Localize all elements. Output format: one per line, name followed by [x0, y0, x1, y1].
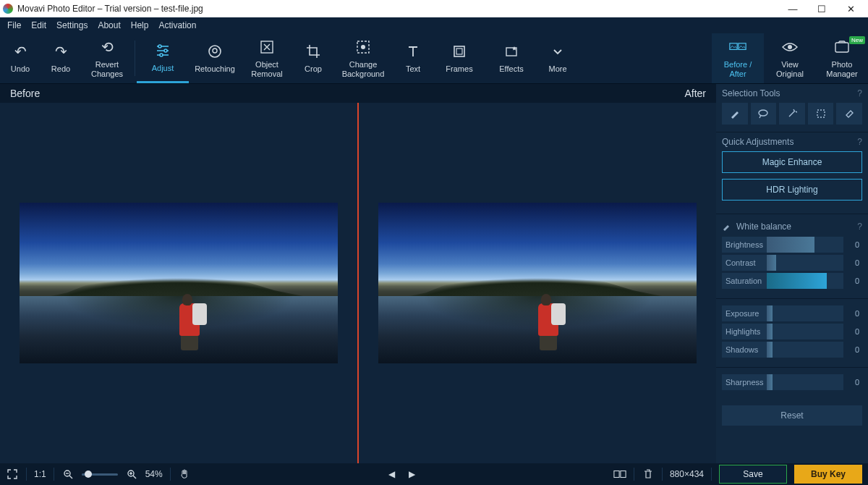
before-after-button[interactable]: Before / After	[712, 33, 764, 83]
text-icon	[404, 43, 422, 60]
slider-label: Saturation	[722, 273, 767, 289]
undo-button[interactable]: ↶ Undo	[0, 33, 41, 83]
menu-file[interactable]: File	[7, 20, 21, 30]
revert-icon: ⟲	[98, 38, 116, 56]
frames-button[interactable]: Frames	[433, 33, 485, 83]
before-image	[20, 203, 338, 363]
svg-point-5	[160, 54, 163, 56]
before-pane[interactable]	[0, 103, 357, 463]
slider-track[interactable]	[767, 273, 843, 289]
svg-point-18	[759, 110, 767, 116]
slider-track[interactable]	[767, 374, 843, 390]
slider-label: Sharpness	[722, 374, 767, 390]
slider-contrast[interactable]: Contrast0	[722, 255, 862, 271]
maximize-button[interactable]: ☐	[807, 0, 836, 17]
selection-tools-title: Selection Tools	[722, 88, 780, 98]
trash-icon[interactable]	[642, 468, 655, 481]
slider-label: Shadows	[722, 342, 767, 358]
redo-icon: ↷	[52, 43, 69, 60]
slider-exposure[interactable]: Exposure0	[722, 305, 862, 321]
window-title: Movavi Photo Editor – Trial version – te…	[17, 4, 203, 14]
svg-rect-28	[621, 471, 626, 478]
brush-tool[interactable]	[722, 103, 748, 125]
slider-track[interactable]	[767, 342, 843, 358]
new-badge: New	[849, 36, 865, 44]
close-button[interactable]: ✕	[836, 0, 865, 17]
slider-track[interactable]	[767, 324, 843, 340]
svg-line-21	[69, 476, 72, 478]
zoom-percent: 54%	[145, 469, 163, 479]
retouching-button[interactable]: Retouching	[189, 33, 241, 83]
object-removal-button[interactable]: Object Removal	[241, 33, 293, 83]
zoom-ratio[interactable]: 1:1	[34, 469, 46, 479]
adjust-button[interactable]: Adjust	[137, 33, 189, 83]
effects-button[interactable]: Effects	[485, 33, 537, 83]
menu-activation[interactable]: Activation	[158, 20, 196, 30]
hand-tool-icon[interactable]	[178, 468, 191, 481]
slider-track[interactable]	[767, 237, 843, 253]
effects-icon	[503, 43, 520, 60]
before-after-icon	[729, 38, 746, 56]
revert-changes-button[interactable]: ⟲ Revert Changes	[81, 33, 133, 83]
menu-settings[interactable]: Settings	[56, 20, 88, 30]
svg-rect-11	[454, 46, 464, 56]
buy-key-button[interactable]: Buy Key	[794, 465, 862, 484]
menu-edit[interactable]: Edit	[31, 20, 46, 30]
help-icon[interactable]: ?	[857, 222, 862, 232]
zoom-in-icon[interactable]	[125, 468, 138, 481]
slider-brightness[interactable]: Brightness0	[722, 237, 862, 253]
slider-highlights[interactable]: Highlights0	[722, 324, 862, 340]
change-background-button[interactable]: Change Background	[333, 33, 393, 83]
chevron-down-icon	[549, 43, 566, 60]
magic-wand-tool[interactable]	[779, 103, 805, 125]
prev-icon[interactable]: ◀	[386, 468, 399, 481]
menu-about[interactable]: About	[98, 20, 120, 30]
image-dimensions: 880×434	[670, 469, 704, 479]
view-original-button[interactable]: View Original	[764, 33, 816, 83]
object-removal-icon	[258, 38, 276, 56]
photo-manager-icon	[833, 38, 851, 56]
slider-shadows[interactable]: Shadows0	[722, 342, 862, 358]
hdr-lighting-button[interactable]: HDR Lighting	[722, 179, 862, 201]
svg-point-4	[164, 49, 167, 52]
slider-track[interactable]	[767, 305, 843, 321]
lasso-tool[interactable]	[751, 103, 777, 125]
help-icon[interactable]: ?	[857, 137, 862, 147]
zoom-slider[interactable]	[82, 473, 118, 476]
redo-button[interactable]: ↷ Redo	[41, 33, 81, 83]
slider-saturation[interactable]: Saturation0	[722, 273, 862, 289]
toolbar: ↶ Undo ↷ Redo ⟲ Revert Changes Adjust Re…	[0, 33, 868, 84]
zoom-out-icon[interactable]	[61, 468, 75, 481]
more-button[interactable]: More	[537, 33, 578, 83]
text-button[interactable]: Text	[393, 33, 433, 83]
eyedropper-icon[interactable]	[722, 222, 731, 231]
help-icon[interactable]: ?	[857, 88, 862, 98]
slider-value: 0	[843, 240, 862, 249]
minimize-button[interactable]: —	[778, 0, 807, 17]
crop-button[interactable]: Crop	[293, 33, 333, 83]
svg-rect-19	[817, 110, 825, 117]
svg-rect-15	[739, 43, 746, 50]
photo-manager-button[interactable]: New Photo Manager	[816, 33, 868, 83]
change-bg-icon	[354, 38, 372, 56]
menu-help[interactable]: Help	[131, 20, 149, 30]
compare-header: Before After	[0, 84, 716, 103]
eraser-tool[interactable]	[836, 103, 862, 125]
next-icon[interactable]: ▶	[406, 468, 419, 481]
svg-rect-17	[835, 43, 848, 52]
marquee-tool[interactable]	[808, 103, 834, 125]
magic-enhance-button[interactable]: Magic Enhance	[722, 151, 862, 173]
slider-value: 0	[843, 345, 862, 354]
statusbar: 1:1 54% ◀ ▶ 880×434 Save Buy Key	[0, 463, 868, 485]
after-pane[interactable]	[359, 103, 716, 463]
slider-track[interactable]	[767, 255, 843, 271]
reset-button[interactable]: Reset	[722, 405, 862, 426]
undo-icon: ↶	[12, 43, 29, 60]
slider-label: Contrast	[722, 255, 767, 271]
compare-mode-icon[interactable]	[613, 468, 626, 481]
save-button[interactable]: Save	[719, 465, 787, 484]
svg-point-6	[209, 46, 221, 57]
svg-point-3	[158, 45, 161, 48]
fullscreen-icon[interactable]	[6, 468, 19, 481]
slider-sharpness[interactable]: Sharpness0	[722, 374, 862, 390]
